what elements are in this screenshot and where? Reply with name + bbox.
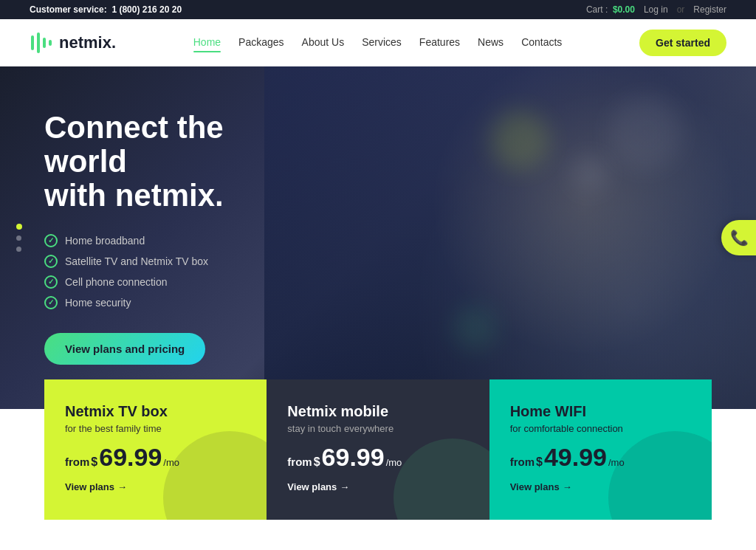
get-started-button[interactable]: Get started xyxy=(639,30,726,56)
nav-about[interactable]: About Us xyxy=(302,36,345,49)
customer-service-label: Customer service: xyxy=(30,4,107,15)
plan-card-wifi: Home WIFI for comfortable connection fro… xyxy=(489,379,712,520)
hero-dots-nav xyxy=(16,224,22,252)
header: netmix. Home Packages About Us Services … xyxy=(0,19,756,66)
nav-features[interactable]: Features xyxy=(419,36,460,49)
check-icon-4 xyxy=(44,296,58,309)
bokeh-2 xyxy=(571,155,608,192)
check-icon-2 xyxy=(44,255,58,268)
hero-features-list: Home broadband Satellite TV and Netmix T… xyxy=(44,234,310,309)
bokeh-1 xyxy=(490,111,549,170)
check-icon-3 xyxy=(44,275,58,289)
svg-rect-2 xyxy=(43,38,46,48)
svg-rect-1 xyxy=(37,32,40,53)
phone-info: Customer service: 1 (800) 216 20 20 xyxy=(30,4,182,15)
logo[interactable]: netmix. xyxy=(30,31,116,55)
cart-amount: $0.00 xyxy=(613,4,635,15)
view-plans-button[interactable]: View plans and pricing xyxy=(44,333,205,365)
dot-2[interactable] xyxy=(16,236,21,241)
logo-icon xyxy=(30,31,53,55)
bokeh-3 xyxy=(453,306,498,350)
phone-fab-icon: 📞 xyxy=(730,229,749,247)
feature-1: Home broadband xyxy=(44,234,310,247)
nav-news[interactable]: News xyxy=(478,36,504,49)
phone-fab-button[interactable]: 📞 xyxy=(721,220,756,255)
hero-title: Connect the world with netmix. xyxy=(44,111,310,213)
bokeh-4 xyxy=(608,96,682,170)
register-link[interactable]: Register xyxy=(693,4,726,15)
plan-mobile-subtitle: stay in touch everywhere xyxy=(287,423,468,434)
plan-mobile-title: Netmix mobile xyxy=(287,403,468,420)
nav-home[interactable]: Home xyxy=(193,36,221,49)
bottom-section: Experience the magic of technology xyxy=(0,520,756,550)
nav-packages[interactable]: Packages xyxy=(238,36,284,49)
cart-info: Cart : $0.00 xyxy=(586,4,635,15)
nav-contacts[interactable]: Contacts xyxy=(521,36,562,49)
check-icon-1 xyxy=(44,234,58,247)
phone-number: 1 (800) 216 20 20 xyxy=(111,4,182,15)
separator: or xyxy=(677,4,685,15)
top-bar: Customer service: 1 (800) 216 20 20 Cart… xyxy=(0,0,756,19)
login-link[interactable]: Log in xyxy=(644,4,668,15)
plans-section: Netmix TV box for the best family time f… xyxy=(0,379,756,520)
svg-rect-3 xyxy=(49,40,52,46)
dot-3[interactable] xyxy=(16,247,21,252)
plan-card-mobile: Netmix mobile stay in touch everywhere f… xyxy=(267,379,489,520)
plan-wifi-title: Home WIFI xyxy=(510,403,691,420)
dot-1[interactable] xyxy=(16,224,22,230)
hero-content: Connect the world with netmix. Home broa… xyxy=(0,66,354,409)
main-nav: Home Packages About Us Services Features… xyxy=(193,36,563,49)
plan-card-tv: Netmix TV box for the best family time f… xyxy=(44,379,267,520)
nav-services[interactable]: Services xyxy=(362,36,402,49)
plan-tv-title: Netmix TV box xyxy=(65,403,246,420)
svg-rect-0 xyxy=(31,35,34,50)
feature-3: Cell phone connection xyxy=(44,275,310,289)
top-right-actions: Cart : $0.00 Log in or Register xyxy=(586,4,726,15)
feature-2: Satellite TV and Netmix TV box xyxy=(44,255,310,268)
feature-4: Home security xyxy=(44,296,310,309)
hero-section: Connect the world with netmix. Home broa… xyxy=(0,66,756,409)
